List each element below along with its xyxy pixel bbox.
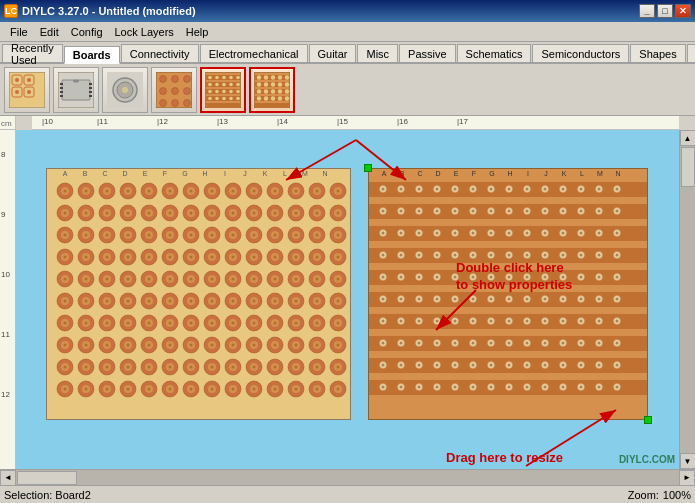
horizontal-scrollbar[interactable]: ◄ ► [0,469,695,485]
maximize-button[interactable]: □ [657,4,673,18]
svg-point-199 [253,234,256,237]
svg-point-613 [490,254,493,257]
svg-point-75 [285,82,289,86]
board1[interactable]: A B C D E F G H I J K L M N [46,168,351,420]
svg-point-58 [229,96,233,100]
svg-rect-18 [89,95,92,97]
svg-point-271 [169,278,172,281]
ruler-corner: cm [0,116,16,130]
svg-point-551 [436,210,439,213]
svg-point-451 [253,366,256,369]
scroll-thumb-h[interactable] [17,471,77,485]
svg-point-769 [382,386,385,389]
svg-point-349 [127,322,130,325]
tab-connectivity[interactable]: Connectivity [121,44,199,62]
svg-point-133 [85,212,88,215]
svg-point-789 [562,386,565,389]
toolbar-btn-stripboard-alt[interactable] [249,67,295,113]
toolbar-btn-circle-pad[interactable] [102,67,148,113]
toolbar-btn-perfboard-small[interactable] [4,67,50,113]
svg-point-667 [472,298,475,301]
svg-point-663 [436,298,439,301]
svg-point-223 [127,256,130,259]
through-hole-icon [58,72,94,108]
svg-point-753 [490,364,493,367]
scroll-right-arrow[interactable]: ► [679,470,695,486]
svg-point-607 [436,254,439,257]
svg-point-619 [544,254,547,257]
vertical-scrollbar[interactable]: ▲ ▼ [679,130,695,469]
svg-point-589 [526,232,529,235]
svg-point-713 [382,342,385,345]
svg-point-286 [274,278,277,281]
svg-point-100 [148,190,151,193]
svg-point-388 [106,344,109,347]
menu-config[interactable]: Config [65,24,109,40]
svg-point-755 [508,364,511,367]
tab-boards[interactable]: Boards [64,46,120,64]
scroll-down-arrow[interactable]: ▼ [680,453,696,469]
svg-point-583 [472,232,475,235]
svg-point-274 [190,278,193,281]
svg-point-190 [190,234,193,237]
tab-schematics[interactable]: Schematics [457,44,532,62]
svg-point-767 [616,364,619,367]
svg-point-91 [85,190,88,193]
svg-point-304 [106,300,109,303]
tab-misc[interactable]: Misc [357,44,398,62]
svg-point-52 [222,89,226,93]
svg-point-689 [418,320,421,323]
board2[interactable]: A B C D E F G H I J K L M N [368,168,648,420]
toolbar-btn-through-hole[interactable] [53,67,99,113]
svg-point-795 [616,386,619,389]
vertical-ruler: 8 9 10 11 12 [0,130,16,469]
svg-point-259 [85,278,88,281]
svg-point-25 [160,75,167,82]
handle-tl[interactable] [364,164,372,172]
scroll-up-arrow[interactable]: ▲ [680,130,696,146]
svg-point-707 [580,320,583,323]
toolbar-btn-stripboard[interactable] [200,67,246,113]
svg-point-54 [236,89,240,93]
window-controls[interactable]: _ □ ✕ [639,4,691,18]
menu-lock-layers[interactable]: Lock Layers [109,24,180,40]
handle-br[interactable] [644,416,652,424]
tab-semiconductors[interactable]: Semiconductors [532,44,629,62]
app-icon: LC [4,4,18,18]
scroll-thumb-v[interactable] [681,147,695,187]
svg-point-733 [562,342,565,345]
tab-electromechanical[interactable]: Electromechanical [200,44,308,62]
svg-rect-15 [89,83,92,85]
svg-point-51 [215,89,219,93]
tab-passive[interactable]: Passive [399,44,456,62]
svg-point-226 [148,256,151,259]
svg-point-232 [190,256,193,259]
svg-point-124 [316,190,319,193]
svg-point-67 [264,75,268,79]
tab-recently-used[interactable]: Recently Used [2,44,63,62]
minimize-button[interactable]: _ [639,4,655,18]
svg-point-721 [454,342,457,345]
toolbar-btn-perfboard-large[interactable] [151,67,197,113]
svg-point-298 [64,300,67,303]
menu-edit[interactable]: Edit [34,24,65,40]
svg-point-683 [616,298,619,301]
svg-point-73 [271,82,275,86]
tab-shapes[interactable]: Shapes [630,44,685,62]
svg-point-358 [190,322,193,325]
svg-point-57 [222,96,226,100]
svg-point-322 [232,300,235,303]
svg-point-289 [295,278,298,281]
tab-guitar[interactable]: Guitar [309,44,357,62]
scroll-track-v[interactable] [680,146,696,453]
svg-point-268 [148,278,151,281]
scroll-left-arrow[interactable]: ◄ [0,470,16,486]
menu-help[interactable]: Help [180,24,215,40]
close-button[interactable]: ✕ [675,4,691,18]
svg-point-517 [382,188,385,191]
menu-file[interactable]: File [4,24,34,40]
scroll-track-h[interactable] [16,470,679,486]
tab-tubes[interactable]: Tubes [687,44,695,62]
canvas-area[interactable]: A B C D E F G H I J K L M N [16,130,679,469]
svg-point-397 [169,344,172,347]
